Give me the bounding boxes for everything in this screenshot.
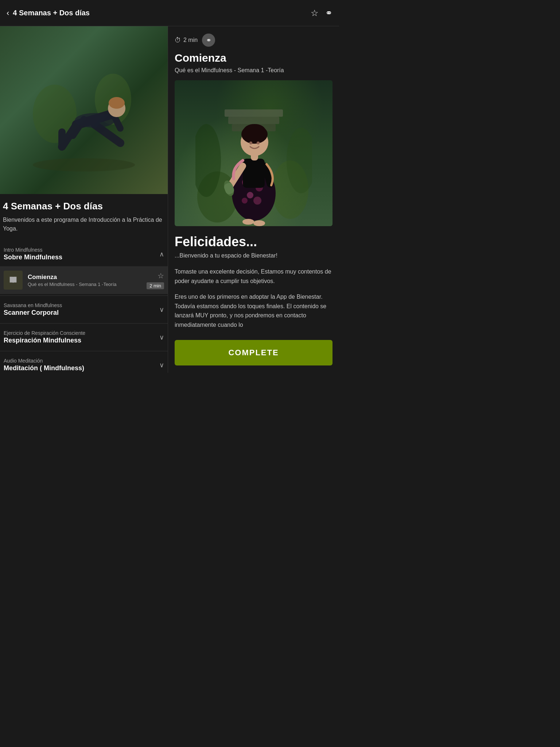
course-image bbox=[0, 26, 168, 194]
svg-point-24 bbox=[242, 198, 248, 204]
left-column: 4 Semanas + Dos días Bienvenidos a este … bbox=[0, 26, 168, 377]
felicidades-title: Felicidades... bbox=[175, 234, 332, 249]
back-button[interactable]: ‹ bbox=[7, 8, 9, 18]
duration-text: 2 min bbox=[183, 37, 198, 43]
section-sub-label: Audio Meditación bbox=[4, 358, 84, 364]
svg-rect-16 bbox=[225, 109, 283, 117]
section-meditacion[interactable]: Audio Meditación Meditación ( Mindfulnes… bbox=[0, 353, 168, 377]
course-title: 4 Semanas + Dos días bbox=[3, 201, 165, 212]
duration-badge: 2 min bbox=[147, 282, 164, 289]
main-layout: 4 Semanas + Dos días Bienvenidos a este … bbox=[0, 26, 339, 377]
section-main-label: Respiración Mindfulness bbox=[4, 337, 85, 344]
section-sub-label: Savasana en Mindfulness bbox=[4, 302, 62, 308]
section-main-label: Scanner Corporal bbox=[4, 309, 62, 317]
divider bbox=[0, 351, 168, 351]
header-left: ‹ 4 Semanas + Dos días bbox=[7, 8, 90, 18]
duration-info: ⏱ 2 min bbox=[175, 36, 198, 44]
svg-point-33 bbox=[244, 124, 265, 137]
yoga-illustration bbox=[26, 41, 142, 179]
divider bbox=[0, 295, 168, 296]
svg-point-36 bbox=[242, 219, 254, 225]
section-respiracion[interactable]: Ejercicio de Respiración Consciente Resp… bbox=[0, 325, 168, 349]
complete-button[interactable]: COMPLETE bbox=[175, 340, 332, 365]
chevron-down-icon: ∨ bbox=[159, 333, 164, 341]
felicidades-subtitle: ...Bienvenido a tu espacio de Bienestar! bbox=[175, 252, 332, 259]
meta-row: ⏱ 2 min ⚭ bbox=[175, 34, 332, 47]
right-column: ⏱ 2 min ⚭ Comienza Qué es el Mindfulness… bbox=[168, 26, 339, 373]
chevron-up-icon: ∧ bbox=[159, 250, 164, 258]
book-icon bbox=[8, 275, 18, 285]
detail-lesson-subtitle: Qué es el Mindfulness - Semana 1 -Teoría bbox=[175, 67, 332, 74]
lesson-icon-box bbox=[4, 271, 23, 290]
instructor-image bbox=[175, 80, 332, 226]
share-link-button[interactable]: ⚭ bbox=[202, 34, 215, 47]
section-sub-label: Ejercicio de Respiración Consciente bbox=[4, 330, 85, 336]
favorite-icon[interactable]: ☆ bbox=[158, 271, 164, 280]
chevron-down-icon: ∨ bbox=[159, 361, 164, 369]
svg-point-34 bbox=[249, 142, 252, 144]
svg-point-22 bbox=[247, 192, 253, 198]
detail-lesson-title: Comienza bbox=[175, 52, 332, 64]
svg-point-35 bbox=[257, 142, 260, 144]
svg-point-37 bbox=[253, 220, 265, 226]
lesson-comienza[interactable]: Comienza Qué es el Mindfulness - Semana … bbox=[0, 266, 168, 294]
svg-point-0 bbox=[33, 158, 135, 171]
lesson-text: Comienza Qué es el Mindfulness - Semana … bbox=[28, 274, 141, 287]
header-title: 4 Semanas + Dos días bbox=[13, 9, 90, 17]
header-right: ☆ ⚭ bbox=[311, 8, 332, 18]
chevron-down-icon: ∨ bbox=[159, 306, 164, 314]
svg-rect-25 bbox=[243, 159, 265, 188]
instructor-illustration bbox=[195, 88, 312, 226]
body-text-1: Tomaste una excelente decisión, Estamos … bbox=[175, 267, 332, 286]
svg-rect-17 bbox=[228, 117, 279, 124]
section-main-label: Meditación ( Mindfulness) bbox=[4, 364, 84, 372]
lesson-subtitle: Qué es el Mindfulness - Semana 1 -Teoría bbox=[28, 282, 141, 287]
section-sub-label: Intro Mindfulness bbox=[4, 247, 62, 253]
divider bbox=[0, 323, 168, 324]
section-intro-mindfulness[interactable]: Intro Mindfulness Sobre Mindfulness ∧ bbox=[0, 242, 168, 266]
body-text-2: Eres uno de los primeros en adoptar la A… bbox=[175, 292, 332, 329]
lesson-right: ☆ 2 min bbox=[147, 271, 164, 289]
bookmark-icon[interactable]: ☆ bbox=[311, 8, 319, 18]
clock-icon: ⏱ bbox=[175, 36, 181, 44]
svg-point-23 bbox=[253, 197, 261, 205]
lesson-title: Comienza bbox=[28, 274, 141, 281]
section-main-label: Sobre Mindfulness bbox=[4, 253, 62, 261]
section-list: Intro Mindfulness Sobre Mindfulness ∧ Co… bbox=[0, 242, 168, 377]
share-icon[interactable]: ⚭ bbox=[325, 8, 332, 18]
instructor-background bbox=[175, 80, 332, 226]
course-info: 4 Semanas + Dos días Bienvenidos a este … bbox=[0, 194, 168, 237]
svg-point-10 bbox=[109, 97, 125, 109]
svg-point-11 bbox=[75, 113, 115, 128]
section-savasana[interactable]: Savasana en Mindfulness Scanner Corporal… bbox=[0, 297, 168, 322]
header: ‹ 4 Semanas + Dos días ☆ ⚭ bbox=[0, 0, 339, 26]
course-description: Bienvenidos a este programa de Introducc… bbox=[3, 216, 165, 233]
